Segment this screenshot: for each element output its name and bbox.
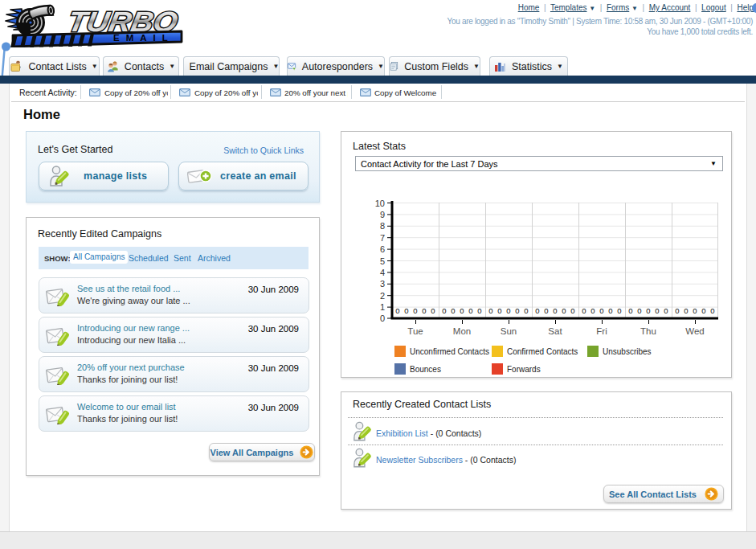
svg-text:0: 0 — [590, 306, 595, 315]
svg-text:7: 7 — [380, 233, 385, 243]
svg-text:Tue: Tue — [407, 326, 423, 334]
svg-text:0: 0 — [664, 306, 668, 315]
svg-text:Sat: Sat — [548, 326, 562, 334]
svg-text:3: 3 — [380, 279, 385, 289]
svg-text:0: 0 — [628, 306, 632, 315]
svg-text:0: 0 — [395, 306, 399, 315]
svg-text:0: 0 — [646, 306, 650, 315]
svg-text:0: 0 — [655, 306, 659, 315]
svg-text:0: 0 — [637, 306, 641, 315]
svg-text:0: 0 — [451, 306, 455, 315]
svg-text:5: 5 — [380, 256, 385, 266]
svg-text:2: 2 — [380, 291, 385, 301]
svg-text:0: 0 — [497, 306, 501, 315]
svg-text:0: 0 — [404, 306, 408, 315]
svg-text:0: 0 — [684, 306, 688, 315]
svg-text:0: 0 — [413, 306, 417, 315]
svg-text:0: 0 — [544, 306, 548, 315]
svg-text:0: 0 — [506, 306, 510, 315]
svg-text:Thu: Thu — [640, 326, 656, 334]
svg-text:0: 0 — [477, 306, 481, 315]
svg-text:0: 0 — [442, 306, 446, 315]
svg-text:4: 4 — [380, 268, 385, 277]
svg-text:0: 0 — [675, 306, 679, 315]
svg-text:9: 9 — [380, 210, 385, 219]
svg-text:0: 0 — [701, 306, 705, 315]
svg-text:0: 0 — [422, 306, 426, 315]
svg-text:0: 0 — [535, 306, 539, 315]
svg-text:0: 0 — [570, 306, 574, 315]
svg-text:0: 0 — [488, 306, 492, 315]
svg-text:1: 1 — [380, 302, 385, 312]
svg-text:Wed: Wed — [685, 326, 704, 334]
svg-text:0: 0 — [431, 306, 435, 315]
svg-text:0: 0 — [524, 306, 528, 315]
svg-text:0: 0 — [599, 306, 603, 315]
svg-text:0: 0 — [617, 306, 621, 315]
svg-text:EMAIL: EMAIL — [113, 33, 174, 43]
svg-text:6: 6 — [380, 244, 385, 254]
svg-text:0: 0 — [710, 306, 714, 315]
svg-text:0: 0 — [608, 306, 612, 315]
svg-text:0: 0 — [468, 306, 472, 315]
svg-text:0: 0 — [515, 306, 519, 315]
svg-text:0: 0 — [693, 306, 697, 315]
svg-text:Sun: Sun — [501, 326, 517, 334]
svg-text:Mon: Mon — [453, 326, 471, 334]
svg-text:8: 8 — [380, 221, 385, 231]
svg-text:0: 0 — [460, 306, 464, 315]
svg-text:0: 0 — [562, 306, 566, 315]
svg-text:0: 0 — [380, 313, 385, 323]
svg-text:0: 0 — [582, 306, 586, 315]
svg-text:0: 0 — [553, 306, 557, 315]
svg-text:Fri: Fri — [596, 326, 607, 334]
svg-text:10: 10 — [375, 199, 385, 208]
